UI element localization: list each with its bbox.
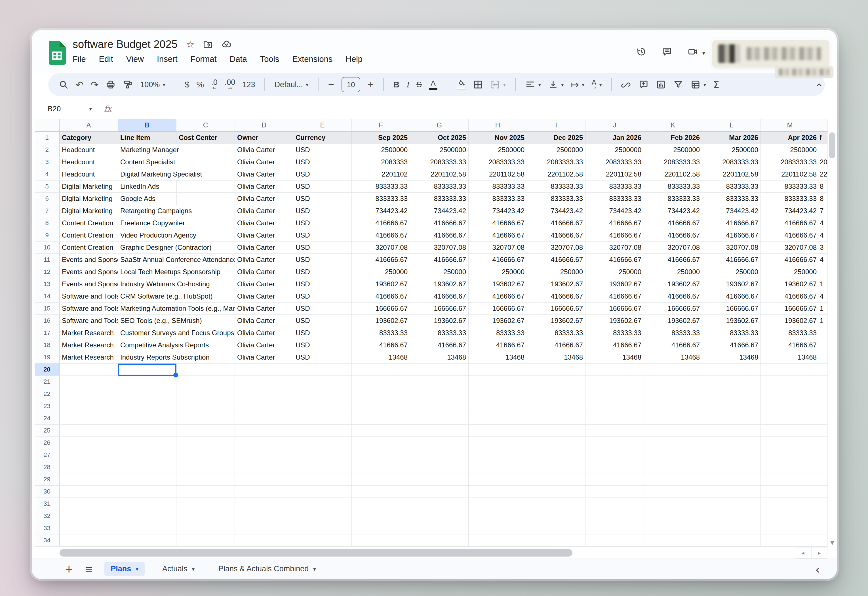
cell-E29[interactable] bbox=[293, 473, 352, 485]
cell-G28[interactable] bbox=[410, 461, 469, 473]
cell-D21[interactable] bbox=[235, 376, 293, 388]
cell-J33[interactable] bbox=[586, 522, 644, 534]
cell-L16[interactable]: 193602.67 bbox=[702, 315, 761, 327]
cell-B7[interactable]: Retargeting Campaigns bbox=[118, 205, 235, 217]
cell-D22[interactable] bbox=[235, 388, 293, 400]
cell-J9[interactable]: 416666.67 bbox=[586, 229, 644, 241]
header-cell-A1[interactable]: Category bbox=[59, 132, 118, 143]
cell-F20[interactable] bbox=[352, 364, 410, 376]
cell-E28[interactable] bbox=[293, 461, 352, 473]
cell-H7[interactable]: 734423.42 bbox=[469, 205, 527, 217]
bold-button[interactable]: B bbox=[393, 80, 399, 89]
cell-M24[interactable] bbox=[761, 413, 819, 424]
cell-G9[interactable]: 416666.67 bbox=[410, 229, 469, 241]
cell-H30[interactable] bbox=[469, 486, 527, 497]
cell-C26[interactable] bbox=[176, 437, 235, 449]
header-cell-B1[interactable]: Line Item bbox=[118, 132, 176, 143]
row-header-19[interactable]: 19 bbox=[35, 351, 59, 363]
cell-D31[interactable] bbox=[235, 498, 293, 510]
cell-B14[interactable]: CRM Software (e.g., HubSpot) bbox=[118, 290, 235, 302]
cell-H21[interactable] bbox=[469, 376, 527, 388]
cell-N22-clipped[interactable] bbox=[819, 388, 827, 400]
column-header-D[interactable]: D bbox=[235, 118, 293, 132]
cell-F31[interactable] bbox=[352, 498, 410, 510]
cell-M31[interactable] bbox=[761, 498, 819, 510]
cell-H19[interactable]: 13468 bbox=[469, 351, 527, 363]
cell-E25[interactable] bbox=[293, 424, 352, 436]
row-header-28[interactable]: 28 bbox=[35, 461, 59, 473]
cell-K9[interactable]: 416666.67 bbox=[644, 229, 702, 241]
cell-G30[interactable] bbox=[410, 486, 469, 497]
cell-L23[interactable] bbox=[702, 400, 761, 412]
header-cell-I1[interactable]: Dec 2025 bbox=[527, 132, 586, 143]
header-cell-H1[interactable]: Nov 2025 bbox=[469, 132, 527, 143]
cell-E12[interactable]: USD bbox=[293, 266, 352, 278]
cell-K31[interactable] bbox=[644, 498, 702, 510]
column-header-G[interactable]: G bbox=[410, 118, 469, 132]
cell-G6[interactable]: 833333.33 bbox=[410, 193, 469, 205]
cell-L10[interactable]: 320707.08 bbox=[702, 241, 761, 253]
row-header-3[interactable]: 3 bbox=[35, 156, 59, 168]
more-formats-button[interactable]: 123 bbox=[242, 80, 255, 89]
cell-F26[interactable] bbox=[352, 437, 410, 449]
cell-H12[interactable]: 250000 bbox=[469, 266, 527, 278]
cell-M23[interactable] bbox=[761, 400, 819, 412]
cell-F33[interactable] bbox=[352, 522, 410, 534]
header-cell-G1[interactable]: Oct 2025 bbox=[410, 132, 469, 143]
scroll-left-button[interactable]: ◂ bbox=[795, 547, 811, 559]
cell-K33[interactable] bbox=[644, 522, 702, 534]
cell-B18[interactable]: Competitive Analysis Reports bbox=[118, 339, 235, 351]
cell-I34[interactable] bbox=[527, 534, 586, 546]
row-header-13[interactable]: 13 bbox=[35, 278, 59, 290]
cell-C24[interactable] bbox=[176, 413, 235, 424]
cell-M17[interactable]: 83333.33 bbox=[761, 327, 819, 339]
all-sheets-button[interactable]: ≡ bbox=[84, 563, 93, 575]
cell-D11[interactable]: Olivia Carter bbox=[235, 254, 293, 266]
borders-icon[interactable] bbox=[473, 80, 483, 90]
cell-B23[interactable] bbox=[118, 400, 176, 412]
cell-J7[interactable]: 734423.42 bbox=[586, 205, 644, 217]
cell-E5[interactable]: USD bbox=[293, 180, 352, 192]
cell-I20[interactable] bbox=[527, 364, 586, 376]
cell-D28[interactable] bbox=[235, 461, 293, 473]
sheet-tab-plans[interactable]: Plans ▾ bbox=[104, 562, 145, 576]
increase-font-size-button[interactable]: + bbox=[368, 81, 374, 89]
cell-C30[interactable] bbox=[176, 486, 235, 497]
cell-K22[interactable] bbox=[644, 388, 702, 400]
row-header-17[interactable]: 17 bbox=[35, 327, 59, 339]
cell-A21[interactable] bbox=[59, 376, 118, 388]
cell-G29[interactable] bbox=[410, 473, 469, 485]
menu-view[interactable]: View bbox=[126, 55, 144, 64]
cell-A24[interactable] bbox=[59, 413, 118, 424]
cell-A20[interactable] bbox=[59, 364, 118, 376]
cell-C32[interactable] bbox=[176, 510, 235, 522]
cell-E14[interactable]: USD bbox=[293, 290, 352, 302]
cell-M10[interactable]: 320707.08 bbox=[761, 241, 819, 253]
cell-L19[interactable]: 13468 bbox=[702, 351, 761, 363]
cell-I8[interactable]: 416666.67 bbox=[527, 217, 586, 229]
cell-G14[interactable]: 416666.67 bbox=[410, 290, 469, 302]
cell-E23[interactable] bbox=[293, 400, 352, 412]
row-header-26[interactable]: 26 bbox=[35, 437, 59, 449]
move-folder-icon[interactable] bbox=[203, 39, 213, 49]
cell-B3[interactable]: Content Specialist bbox=[118, 156, 235, 168]
cell-A5[interactable]: Digital Marketing bbox=[59, 180, 118, 192]
cell-L25[interactable] bbox=[702, 424, 761, 436]
cell-A8[interactable]: Content Creation bbox=[59, 217, 118, 229]
format-percent-button[interactable]: % bbox=[196, 80, 204, 89]
cell-C21[interactable] bbox=[176, 376, 235, 388]
cell-G23[interactable] bbox=[410, 400, 469, 412]
cell-L11[interactable]: 416666.67 bbox=[702, 254, 761, 266]
star-icon[interactable]: ☆ bbox=[186, 40, 195, 49]
cell-C28[interactable] bbox=[176, 461, 235, 473]
row-header-4[interactable]: 4 bbox=[35, 168, 59, 180]
cell-C23[interactable] bbox=[176, 400, 235, 412]
cell-E15[interactable]: USD bbox=[293, 303, 352, 315]
cell-B15[interactable]: Marketing Automation Tools (e.g., Market… bbox=[118, 303, 235, 315]
cell-J28[interactable] bbox=[586, 461, 644, 473]
cell-K12[interactable]: 250000 bbox=[644, 266, 702, 278]
cell-L13[interactable]: 193602.67 bbox=[702, 278, 761, 290]
cell-M32[interactable] bbox=[761, 510, 819, 522]
cell-L15[interactable]: 166666.67 bbox=[702, 303, 761, 315]
cell-K10[interactable]: 320707.08 bbox=[644, 241, 702, 253]
